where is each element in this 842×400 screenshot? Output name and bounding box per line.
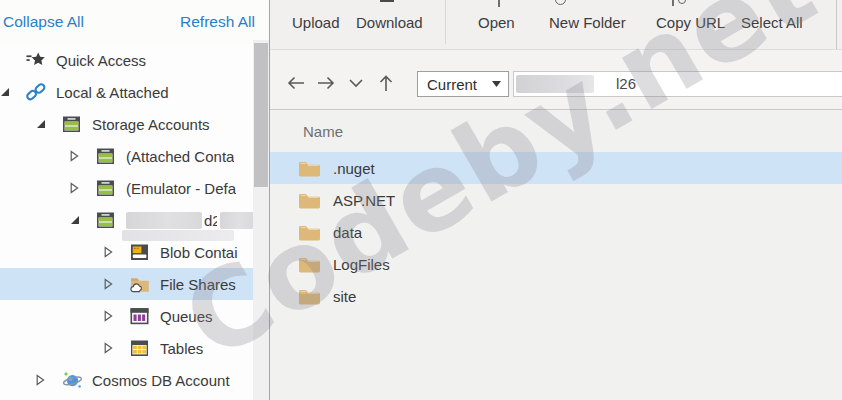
- cosmos-db-icon: [62, 371, 84, 389]
- expander-collapsed-icon[interactable]: [36, 374, 62, 386]
- expander-collapsed-icon[interactable]: [104, 310, 130, 322]
- tree-item-label: (Attached Conta: [126, 148, 234, 165]
- tree-item-label: Queues: [160, 308, 213, 325]
- up-button[interactable]: [374, 71, 398, 95]
- tree-item-file-shares[interactable]: File Shares: [0, 268, 254, 300]
- tree-item-label: Cosmos DB Account: [92, 372, 230, 389]
- upload-button[interactable]: Upload: [292, 14, 340, 31]
- tree-item-label: d26 (: [204, 212, 217, 229]
- history-dropdown[interactable]: Current: [417, 71, 509, 97]
- navigation-bar: Current l26: [270, 50, 842, 110]
- tree-item-queues[interactable]: Queues: [0, 300, 254, 332]
- select-all-button[interactable]: Select All: [741, 14, 803, 31]
- open-icon: [498, 0, 500, 7]
- tree-item-cosmos-db-accounts[interactable]: Cosmos DB Account: [0, 364, 254, 396]
- tree-item-label: Tables: [160, 340, 203, 357]
- nav-arrows: [284, 71, 398, 95]
- history-dropdown-value: Current: [427, 76, 477, 93]
- storage-account-icon: [96, 148, 118, 165]
- expander-collapsed-icon[interactable]: [70, 150, 96, 162]
- copy-url-icon: [678, 0, 686, 4]
- tree-item-label: Blob Contai: [160, 244, 238, 261]
- window-edge: [836, 0, 837, 50]
- expander-expanded-icon[interactable]: [36, 119, 62, 129]
- tree-item-tables[interactable]: Tables: [0, 332, 254, 364]
- folder-icon: [298, 159, 321, 178]
- tree-item-attached-containers[interactable]: (Attached Conta: [0, 140, 254, 172]
- file-row[interactable]: ASP.NET: [270, 184, 842, 216]
- tree-item-label: Quick Access: [56, 52, 146, 69]
- toolbar-separator: [445, 0, 446, 44]
- storage-explorer-window: Collapse All Refresh All Quick Access: [0, 0, 842, 400]
- redaction-blur: [122, 230, 234, 241]
- explorer-tree: Quick Access Local & Attached: [0, 44, 254, 396]
- expander-collapsed-icon[interactable]: [104, 278, 130, 290]
- open-button[interactable]: Open: [478, 14, 515, 31]
- toolbar: Upload Download Open New Folder Copy URL…: [270, 0, 842, 50]
- download-icon: [380, 0, 394, 2]
- expander-collapsed-icon[interactable]: [104, 342, 130, 354]
- tree-item-local-attached[interactable]: Local & Attached: [0, 76, 254, 108]
- address-input[interactable]: l26: [513, 71, 842, 97]
- file-list: Name .nuget: [270, 110, 842, 400]
- folder-icon: [298, 287, 321, 306]
- file-row[interactable]: site: [270, 280, 842, 312]
- tree-item-storage-accounts[interactable]: Storage Accounts: [0, 108, 254, 140]
- file-name: data: [333, 224, 362, 241]
- tree-item-label: File Shares: [160, 276, 236, 293]
- expander-collapsed-icon[interactable]: [104, 246, 130, 258]
- new-folder-icon: [555, 0, 566, 5]
- column-header-label: Name: [303, 123, 343, 140]
- file-row[interactable]: LogFiles: [270, 248, 842, 280]
- queues-icon: [130, 308, 152, 325]
- refresh-all-link[interactable]: Refresh All: [180, 13, 255, 31]
- copy-url-icon: [672, 0, 674, 6]
- file-name: LogFiles: [333, 256, 390, 273]
- main-panel: Upload Download Open New Folder Copy URL…: [270, 0, 842, 400]
- sidebar-header: Collapse All Refresh All: [0, 0, 270, 44]
- folder-icon: [298, 255, 321, 274]
- tree-item-quick-access[interactable]: Quick Access: [0, 44, 254, 76]
- redaction-blur: [516, 75, 594, 93]
- expander-expanded-icon[interactable]: [0, 87, 26, 97]
- storage-account-icon: [96, 212, 118, 229]
- history-chevron-down-icon[interactable]: [344, 71, 368, 95]
- copy-url-button[interactable]: Copy URL: [656, 14, 725, 31]
- forward-button[interactable]: [314, 71, 338, 95]
- storage-account-icon: [62, 116, 84, 133]
- blob-containers-icon: [130, 244, 152, 261]
- link-icon: [26, 83, 48, 101]
- folder-icon: [298, 223, 321, 242]
- sidebar: Collapse All Refresh All Quick Access: [0, 0, 270, 400]
- column-header-name[interactable]: Name: [270, 110, 842, 152]
- file-name: site: [333, 288, 356, 305]
- expander-collapsed-icon[interactable]: [70, 182, 96, 194]
- scrollbar-thumb[interactable]: [254, 43, 268, 187]
- sidebar-scrollbar[interactable]: [253, 40, 269, 400]
- redaction-blur: [220, 212, 254, 229]
- folder-icon: [298, 191, 321, 210]
- redaction-blur: [126, 212, 202, 229]
- expander-expanded-icon[interactable]: [70, 215, 96, 225]
- address-visible-text: l26: [616, 75, 636, 92]
- tree-item-label: Storage Accounts: [92, 116, 210, 133]
- storage-account-icon: [96, 180, 118, 197]
- tree-item-emulator-default[interactable]: (Emulator - Defa: [0, 172, 254, 204]
- tree-item-label: Local & Attached: [56, 84, 169, 101]
- new-folder-button[interactable]: New Folder: [549, 14, 626, 31]
- caret-down-icon: [492, 81, 501, 87]
- file-shares-icon: [130, 275, 152, 293]
- tree-item-label: (Emulator - Defa: [126, 180, 236, 197]
- file-name: .nuget: [333, 160, 375, 177]
- file-name: ASP.NET: [333, 192, 395, 209]
- tables-icon: [130, 340, 152, 357]
- file-row[interactable]: data: [270, 216, 842, 248]
- collapse-all-link[interactable]: Collapse All: [3, 13, 84, 31]
- download-button[interactable]: Download: [356, 14, 423, 31]
- file-row[interactable]: .nuget: [270, 152, 842, 184]
- back-button[interactable]: [284, 71, 308, 95]
- quick-access-icon: [26, 52, 48, 68]
